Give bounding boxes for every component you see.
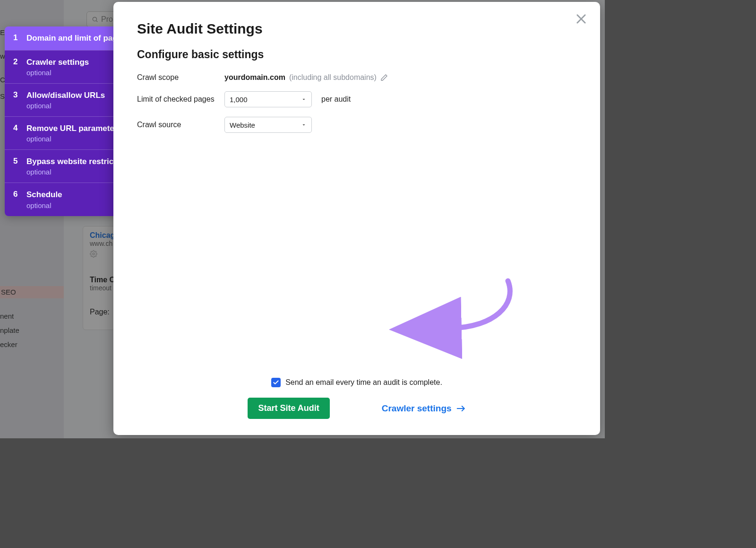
annotation-arrow bbox=[437, 276, 517, 338]
limit-row: Limit of checked pages 1,000 per audit bbox=[137, 91, 576, 107]
limit-select[interactable]: 1,000 bbox=[224, 91, 312, 107]
source-select-value: Website bbox=[230, 121, 255, 129]
close-button[interactable] bbox=[575, 12, 588, 26]
source-row: Crawl source Website bbox=[137, 117, 576, 133]
wizard-step-number: 6 bbox=[13, 190, 20, 209]
pencil-icon bbox=[380, 74, 388, 81]
chevron-down-icon bbox=[301, 96, 307, 102]
settings-modal: Site Audit Settings Configure basic sett… bbox=[113, 2, 600, 435]
edit-crawl-scope-button[interactable] bbox=[380, 74, 388, 81]
modal-title: Site Audit Settings bbox=[137, 21, 576, 37]
modal-footer: Send an email every time an audit is com… bbox=[137, 378, 576, 419]
check-icon bbox=[273, 379, 279, 386]
arrow-right-icon bbox=[456, 405, 466, 412]
wizard-step-number: 1 bbox=[13, 33, 20, 43]
wizard-step-number: 4 bbox=[13, 123, 20, 143]
source-label: Crawl source bbox=[137, 121, 224, 129]
crawler-settings-link-label: Crawler settings bbox=[382, 403, 452, 414]
crawl-scope-row: Crawl scope yourdomain.com (including al… bbox=[137, 73, 576, 82]
wizard-step-number: 2 bbox=[13, 57, 20, 77]
crawl-scope-domain: yourdomain.com bbox=[224, 73, 285, 82]
chevron-down-icon bbox=[301, 122, 307, 128]
wizard-step-number: 3 bbox=[13, 90, 20, 110]
modal-subtitle: Configure basic settings bbox=[137, 48, 576, 61]
email-notify-label: Send an email every time an audit is com… bbox=[285, 378, 442, 387]
email-notify-checkbox[interactable] bbox=[271, 378, 281, 387]
wizard-step-number: 5 bbox=[13, 157, 20, 176]
start-site-audit-button[interactable]: Start Site Audit bbox=[248, 398, 329, 419]
email-notify-row: Send an email every time an audit is com… bbox=[137, 378, 576, 387]
source-select[interactable]: Website bbox=[224, 117, 312, 133]
limit-label: Limit of checked pages bbox=[137, 95, 224, 104]
limit-suffix: per audit bbox=[321, 95, 351, 104]
limit-select-value: 1,000 bbox=[230, 96, 248, 104]
crawl-scope-label: Crawl scope bbox=[137, 73, 224, 82]
close-icon bbox=[575, 12, 588, 26]
crawl-scope-note: (including all subdomains) bbox=[289, 73, 377, 82]
crawler-settings-link[interactable]: Crawler settings bbox=[382, 403, 466, 414]
